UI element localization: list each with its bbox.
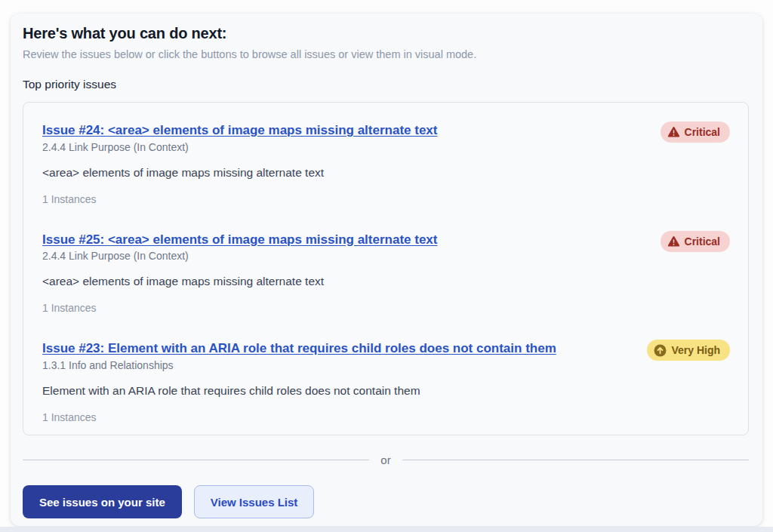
card-subheading: Review the issues below or click the but… <box>23 48 750 60</box>
severity-badge-label: Critical <box>685 235 720 248</box>
issue-title-link[interactable]: Issue #25: <area> elements of image maps… <box>42 232 437 247</box>
issue-description: <area> elements of image maps missing al… <box>42 166 730 180</box>
issue-instances-count: 1 Instances <box>42 193 730 205</box>
issue-head: Issue #23: Element with an ARIA role tha… <box>42 341 730 371</box>
severity-badge: Critical <box>661 121 730 143</box>
issue-instances-count: 1 Instances <box>42 302 730 314</box>
severity-badge: Critical <box>661 231 730 252</box>
see-issues-on-site-button[interactable]: See issues on your site <box>23 485 182 518</box>
divider-line <box>402 460 749 460</box>
action-buttons-row: See issues on your site View Issues List <box>23 485 750 518</box>
next-steps-card: Here's what you can do next: Review the … <box>11 14 762 526</box>
issue-item: Issue #24: <area> elements of image maps… <box>42 123 730 205</box>
or-divider-label: or <box>380 454 390 466</box>
card-heading: Here's what you can do next: <box>23 25 750 42</box>
issue-criterion: 2.4.4 Link Purpose (In Context) <box>42 250 437 262</box>
severity-badge-label: Very High <box>671 344 720 356</box>
severity-badge: Very High <box>647 340 730 361</box>
severity-badge-label: Critical <box>685 126 720 138</box>
issue-head: Issue #25: <area> elements of image maps… <box>42 232 730 263</box>
or-divider: or <box>23 454 749 466</box>
top-priority-issues-panel: Issue #24: <area> elements of image maps… <box>23 102 749 435</box>
view-issues-list-button[interactable]: View Issues List <box>194 485 315 518</box>
arrow-up-circle-icon <box>654 344 667 357</box>
issue-criterion: 1.3.1 Info and Relationships <box>42 359 556 371</box>
issue-title-link[interactable]: Issue #24: <area> elements of image maps… <box>42 123 437 137</box>
warning-triangle-icon <box>667 235 680 248</box>
top-priority-issues-title: Top priority issues <box>23 78 750 91</box>
issue-head: Issue #24: <area> elements of image maps… <box>42 123 730 153</box>
issue-instances-count: 1 Instances <box>42 411 730 423</box>
issue-criterion: 2.4.4 Link Purpose (In Context) <box>42 141 437 153</box>
warning-triangle-icon <box>667 126 680 138</box>
issue-item: Issue #23: Element with an ARIA role tha… <box>42 341 730 423</box>
issue-description: Element with an ARIA role that requires … <box>42 384 730 398</box>
issue-item: Issue #25: <area> elements of image maps… <box>42 232 730 315</box>
issue-title-link[interactable]: Issue #23: Element with an ARIA role tha… <box>42 341 556 355</box>
divider-line <box>23 460 369 460</box>
issue-description: <area> elements of image maps missing al… <box>42 275 730 288</box>
bottom-page-band <box>0 527 773 532</box>
